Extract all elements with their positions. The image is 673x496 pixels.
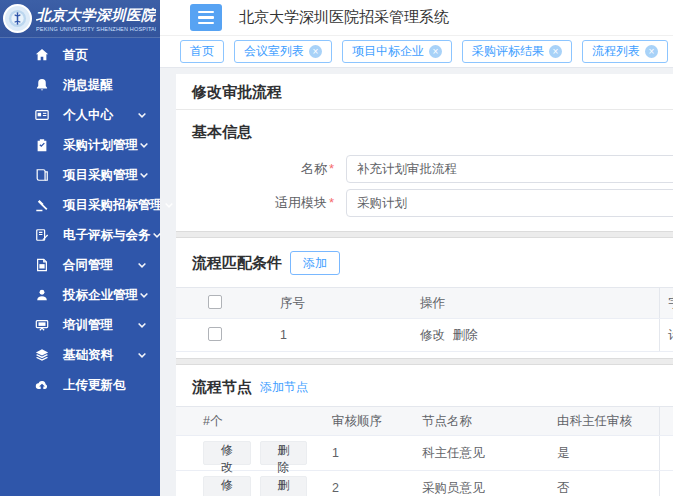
sidebar-item-label: 项目采购管理 — [63, 167, 138, 184]
topbar: 北京大学深圳医院招采管理系统 — [160, 0, 673, 36]
sidebar-item-home[interactable]: 首页 — [0, 40, 160, 70]
column-header-name: 节点名称 — [406, 413, 541, 430]
add-node-link[interactable]: 添加节点 — [260, 379, 308, 396]
sidebar-item-procurement-plan-mgmt[interactable]: 采购计划管理 — [0, 130, 160, 160]
sidebar-item-bidder-enterprise-mgmt[interactable]: 投标企业管理 — [0, 280, 160, 310]
table-header-row: 序号 操作 字段 — [176, 287, 673, 319]
tab-process-list[interactable]: 流程列表 × — [582, 40, 668, 63]
required-mark: * — [329, 161, 334, 176]
edit-button[interactable]: 修改 — [203, 441, 251, 465]
sidebar-item-training-mgmt[interactable]: 培训管理 — [0, 310, 160, 340]
app-title: 北京大学深圳医院招采管理系统 — [239, 8, 449, 27]
edit-button[interactable]: 修改 — [203, 476, 251, 496]
row-checkbox[interactable] — [208, 327, 222, 341]
tab-home[interactable]: 首页 — [180, 40, 224, 63]
select-all-checkbox[interactable] — [208, 295, 222, 309]
column-header-field: 字段 — [659, 288, 673, 318]
layers-icon — [34, 347, 50, 363]
sidebar-item-upload-update-package[interactable]: 上传更新包 — [0, 370, 160, 400]
home-icon — [34, 47, 50, 63]
table-row: 修改 删除 2 采购员意见 否 — [176, 471, 673, 496]
delete-link[interactable]: 删除 — [452, 328, 477, 342]
sidebar-item-label: 项目采购招标管理 — [63, 197, 163, 214]
chevron-down-icon — [151, 229, 163, 241]
sidebar-item-label: 投标企业管理 — [63, 287, 138, 304]
field-label-text: 名称 — [301, 161, 327, 176]
chevron-down-icon — [136, 259, 148, 271]
module-input[interactable] — [346, 189, 673, 217]
column-header-actions: 操作 — [404, 295, 659, 312]
extra-cell — [659, 436, 673, 470]
section-basic-info: 基本信息 — [176, 110, 673, 142]
name-input[interactable] — [346, 155, 673, 183]
document-edit-icon — [34, 227, 50, 243]
sidebar: 北京大学深圳医院 PEKING UNIVERSITY SHENZHEN HOSP… — [0, 0, 160, 496]
tab-label: 流程列表 — [592, 43, 640, 60]
sidebar-item-label: 电子评标与会务 — [63, 227, 151, 244]
required-mark: * — [329, 195, 334, 210]
add-condition-button[interactable]: 添加 — [290, 251, 340, 275]
chevron-down-icon — [163, 199, 175, 211]
edit-approval-process-card: 修改审批流程 基本信息 名称* 适用模块* 流程匹配条件 添加 — [176, 74, 673, 496]
gavel-icon — [34, 197, 50, 213]
tab-label: 采购评标结果 — [472, 43, 544, 60]
column-header-dept-head: 由科主任审核 — [541, 413, 659, 430]
dept-head-cell: 是 — [541, 445, 659, 462]
hospital-logo-icon — [3, 4, 32, 33]
sidebar-item-project-procurement-mgmt[interactable]: 项目采购管理 — [0, 160, 160, 190]
chevron-down-icon — [136, 109, 148, 121]
field-cell: 计划类型 — [659, 319, 673, 351]
section-match-conditions: 流程匹配条件 添加 — [176, 238, 673, 275]
close-icon[interactable]: × — [645, 45, 658, 58]
sidebar-item-contract-mgmt[interactable]: 合同管理 — [0, 250, 160, 280]
order-cell: 2 — [316, 481, 406, 495]
sidebar-item-project-bidding-mgmt[interactable]: 项目采购招标管理 — [0, 190, 160, 220]
delete-button[interactable]: 删除 — [260, 441, 308, 465]
presentation-icon — [34, 317, 50, 333]
tab-label: 项目中标企业 — [352, 43, 424, 60]
tab-bar: 首页 会议室列表 × 项目中标企业 × 采购评标结果 × 流程列表 × 流程 × — [160, 36, 673, 68]
user-icon — [34, 287, 50, 303]
order-cell: 1 — [316, 446, 406, 460]
cloud-upload-icon — [34, 377, 50, 393]
sidebar-menu: 首页 消息提醒 个人中心 采购计划管理 项目采购管理 项目采购招标管理 — [0, 38, 160, 400]
match-conditions-table: 序号 操作 字段 1 修改 删除 计划类型 — [176, 287, 673, 352]
column-header-order: 审核顺序 — [316, 413, 406, 430]
sidebar-item-basic-data[interactable]: 基础资料 — [0, 340, 160, 370]
sidebar-item-label: 消息提醒 — [63, 77, 148, 94]
sidebar-item-messages[interactable]: 消息提醒 — [0, 70, 160, 100]
seq-cell: 1 — [264, 328, 404, 342]
tab-label: 会议室列表 — [244, 43, 304, 60]
tab-procurement-evaluation-results[interactable]: 采购评标结果 × — [462, 40, 572, 63]
delete-button[interactable]: 删除 — [260, 476, 308, 496]
contract-icon — [34, 257, 50, 273]
chevron-down-icon — [138, 289, 150, 301]
chevron-down-icon — [136, 319, 148, 331]
chevron-down-icon — [136, 349, 148, 361]
tab-project-winning-bidders[interactable]: 项目中标企业 × — [342, 40, 452, 63]
sidebar-item-label: 采购计划管理 — [63, 137, 138, 154]
close-icon[interactable]: × — [549, 45, 562, 58]
menu-toggle-button[interactable] — [190, 4, 222, 31]
actions-cell: 修改 删除 — [404, 327, 659, 344]
section-title-text: 流程匹配条件 — [192, 254, 282, 273]
chevron-down-icon — [138, 169, 150, 181]
close-icon[interactable]: × — [429, 45, 442, 58]
id-card-icon — [34, 107, 50, 123]
edit-link[interactable]: 修改 — [420, 328, 445, 342]
bell-icon — [34, 77, 50, 93]
section-divider — [176, 231, 673, 238]
sidebar-item-label: 基础资料 — [63, 347, 136, 364]
sidebar-item-e-evaluation-meetings[interactable]: 电子评标与会务 — [0, 220, 160, 250]
table-row: 1 修改 删除 计划类型 — [176, 319, 673, 352]
sidebar-item-label: 个人中心 — [63, 107, 136, 124]
column-header-seq: 序号 — [264, 295, 404, 312]
flow-nodes-table: #个 审核顺序 节点名称 由科主任审核 修改 删除 1 科主任意见 是 — [176, 406, 673, 496]
hospital-logo-area: 北京大学深圳医院 PEKING UNIVERSITY SHENZHEN HOSP… — [0, 0, 160, 38]
close-icon[interactable]: × — [309, 45, 322, 58]
name-field-label: 名称* — [176, 160, 346, 178]
node-name-cell: 采购员意见 — [406, 480, 541, 496]
tab-meeting-room-list[interactable]: 会议室列表 × — [234, 40, 332, 63]
hospital-name-en: PEKING UNIVERSITY SHENZHEN HOSPITAL — [36, 26, 146, 32]
sidebar-item-personal-center[interactable]: 个人中心 — [0, 100, 160, 130]
